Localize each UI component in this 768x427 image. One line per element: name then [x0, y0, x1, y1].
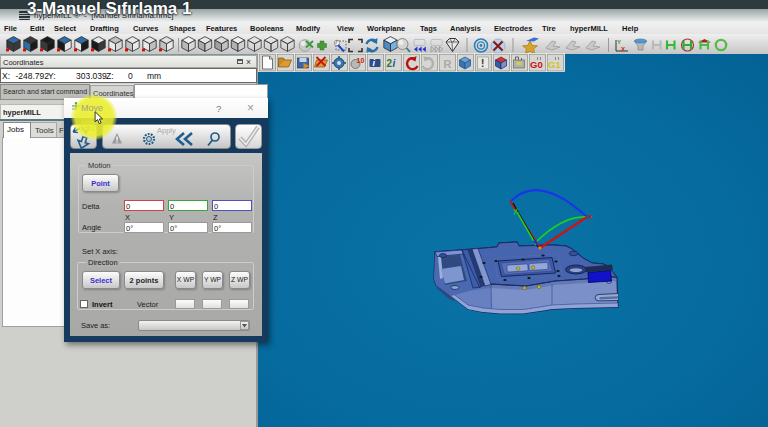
svg-text:G1: G1 [548, 59, 561, 70]
svg-text:i: i [393, 58, 396, 69]
svg-text:R: R [444, 58, 452, 70]
svg-text:x: x [588, 212, 593, 221]
svg-text:10: 10 [357, 57, 365, 64]
svg-text:G0: G0 [530, 59, 543, 70]
svg-text:!: ! [481, 58, 484, 69]
svg-text:X: X [621, 46, 625, 52]
svg-text:Y: Y [617, 39, 621, 45]
